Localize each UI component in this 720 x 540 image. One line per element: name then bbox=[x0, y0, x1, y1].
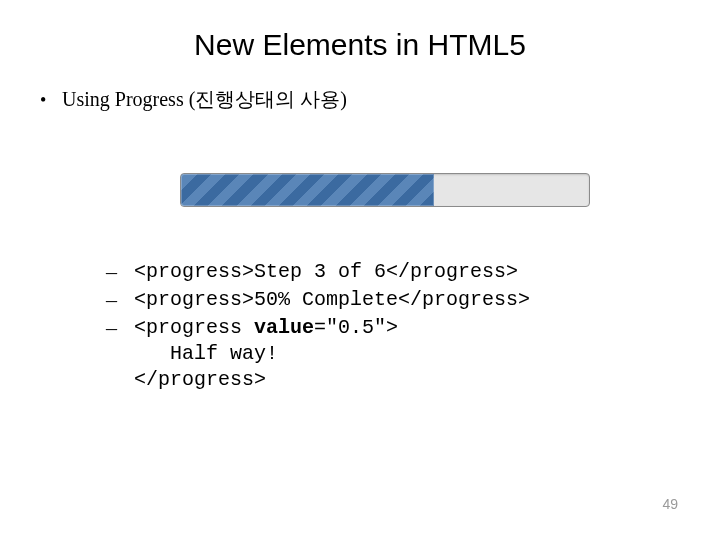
dash-icon: – bbox=[106, 315, 134, 341]
bullet-text-c: (진행상태의 사용) bbox=[184, 88, 347, 110]
bullet-text-b: Progress bbox=[115, 88, 184, 110]
slide-content: • Using Progress (진행상태의 사용) – <progress>… bbox=[0, 62, 720, 393]
progress-bar-fill bbox=[181, 174, 434, 206]
bullet-dot-icon: • bbox=[40, 90, 62, 111]
code-frag-bold: value bbox=[254, 316, 314, 339]
code-text: <progress>50% Complete</progress> bbox=[134, 287, 530, 313]
code-text: <progress>Step 3 of 6</progress> bbox=[134, 259, 518, 285]
bullet-text: Using Progress (진행상태의 사용) bbox=[62, 86, 347, 113]
page-number: 49 bbox=[662, 496, 678, 512]
slide-title: New Elements in HTML5 bbox=[0, 0, 720, 62]
code-frag: ="0.5"> bbox=[314, 316, 398, 339]
dash-icon: – bbox=[106, 287, 134, 313]
code-text: <progress value="0.5"> Half way! </progr… bbox=[134, 315, 398, 393]
code-line: – <progress>Step 3 of 6</progress> bbox=[106, 259, 680, 285]
progress-bar bbox=[180, 173, 590, 207]
code-line: – <progress value="0.5"> Half way! </pro… bbox=[106, 315, 680, 393]
code-frag: <progress bbox=[134, 316, 254, 339]
code-frag: Half way! bbox=[134, 342, 278, 365]
code-frag: </progress> bbox=[134, 368, 266, 391]
bullet-text-a: Using bbox=[62, 88, 115, 110]
code-line: – <progress>50% Complete</progress> bbox=[106, 287, 680, 313]
bullet-using-progress: • Using Progress (진행상태의 사용) bbox=[40, 86, 680, 113]
code-examples: – <progress>Step 3 of 6</progress> – <pr… bbox=[106, 259, 680, 393]
dash-icon: – bbox=[106, 259, 134, 285]
